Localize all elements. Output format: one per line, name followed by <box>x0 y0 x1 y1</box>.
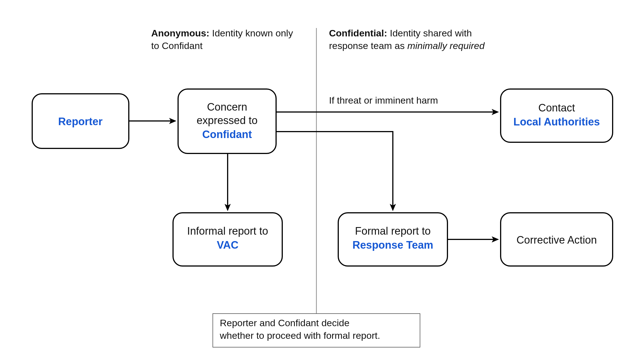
header-confidential-line2: response team as minimally required <box>329 40 485 51</box>
node-confidant-line3: Confidant <box>202 129 252 140</box>
footnote-line1: Reporter and Confidant decide <box>220 318 349 328</box>
node-vac-line1: Informal report to <box>187 225 268 237</box>
node-response-line2: Response Team <box>353 239 433 251</box>
header-confidential-bold: Confidential: <box>329 28 387 38</box>
header-confidential-line2em: minimally required <box>407 40 485 51</box>
node-vac-line2: VAC <box>217 239 238 251</box>
header-confidential-line1: Confidential: Identity shared with <box>329 28 472 38</box>
header-anonymous-bold: Anonymous: <box>151 28 209 38</box>
edge-label-threat: If threat or imminent harm <box>329 95 438 106</box>
header-anonymous-line2: to Confidant <box>151 40 203 51</box>
header-anonymous-rest: Identity known only <box>209 28 293 38</box>
node-authorities-line2: Local Authorities <box>514 116 600 128</box>
node-reporter-text: Reporter <box>58 116 103 127</box>
node-corrective-line1: Corrective Action <box>516 234 597 246</box>
header-anonymous-line1: Anonymous: Identity known only <box>151 28 293 38</box>
node-response-line1: Formal report to <box>355 225 431 237</box>
node-reporter-label: Reporter <box>58 116 103 127</box>
header-confidential-line2a: response team as <box>329 40 407 51</box>
flowchart-canvas: Anonymous: Identity known only to Confid… <box>0 0 644 364</box>
footnote-line2: whether to proceed with formal report. <box>220 330 380 341</box>
node-authorities-line1: Contact <box>538 102 575 114</box>
header-confidential-rest: Identity shared with <box>387 28 472 38</box>
node-confidant-line1: Concern <box>207 101 247 113</box>
node-authorities <box>501 89 613 142</box>
node-confidant-line2: expressed to <box>197 115 258 126</box>
arrow-confidant-response <box>276 132 393 210</box>
